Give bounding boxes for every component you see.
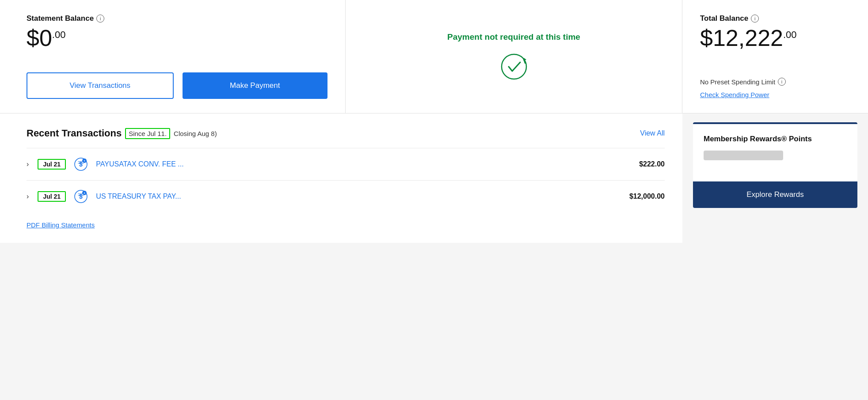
chevron-right-icon[interactable]: ›: [27, 192, 29, 200]
no-preset-text: No Preset Spending Limit: [700, 78, 775, 86]
rewards-card-inner: Membership Rewards® Points: [693, 124, 857, 181]
total-balance-info-icon[interactable]: i: [751, 15, 759, 23]
since-badge: Since Jul 11.: [125, 128, 170, 139]
transaction-date-badge: Jul 21: [38, 191, 66, 202]
total-balance-panel: Total Balance i $12,222.00 No Preset Spe…: [682, 0, 868, 113]
transaction-amount-1: $222.00: [639, 160, 665, 168]
transactions-title-text: Recent Transactions: [27, 128, 122, 139]
statement-balance-amount: $0.00: [27, 26, 327, 49]
closing-text-value: Closing Aug 8): [174, 130, 217, 137]
svg-point-0: [502, 54, 526, 79]
transaction-date-badge: Jul 21: [38, 159, 66, 170]
svg-text:+: +: [84, 192, 85, 195]
total-balance-text: Total Balance: [700, 14, 748, 23]
transaction-name-1[interactable]: PAYUSATAX CONV. FEE ...: [96, 160, 632, 168]
total-balance-label: Total Balance i: [700, 14, 759, 23]
statement-balance-panel: Statement Balance i $0.00 View Transacti…: [0, 0, 346, 113]
table-row: › Jul 21 $ + PAYUSATAX CONV. FEE ... $22…: [27, 148, 665, 180]
total-balance-cents: .00: [783, 29, 797, 40]
no-preset-spending-label: No Preset Spending Limit i: [700, 78, 786, 86]
svg-text:+: +: [84, 159, 85, 162]
transactions-header: Recent Transactions Since Jul 11. Closin…: [27, 128, 665, 139]
payment-icon-2: $ +: [74, 189, 88, 204]
chevron-right-icon[interactable]: ›: [27, 160, 29, 168]
statement-balance-whole: $0: [27, 25, 52, 51]
table-row: › Jul 21 $ + US TREASURY TAX PAY... $12,…: [27, 180, 665, 212]
explore-rewards-button[interactable]: Explore Rewards: [693, 181, 857, 208]
transaction-icon-1: $ +: [73, 156, 89, 172]
payment-icon: $ +: [74, 157, 88, 171]
statement-balance-text: Statement Balance: [27, 14, 94, 23]
statement-balance-info-icon[interactable]: i: [96, 15, 104, 23]
total-balance-whole: $12,222: [700, 25, 783, 51]
action-buttons-row: View Transactions Make Payment: [27, 72, 327, 99]
pdf-billing-statements-link[interactable]: PDF Billing Statements: [27, 221, 665, 229]
transaction-name-2[interactable]: US TREASURY TAX PAY...: [96, 192, 622, 200]
statement-balance-cents: .00: [52, 29, 66, 40]
payment-status-text: Payment not required at this time: [447, 32, 580, 42]
closing-text: Closing Aug 8): [174, 130, 217, 137]
transaction-icon-2: $ +: [73, 189, 89, 204]
rewards-sidebar: Membership Rewards® Points Explore Rewar…: [682, 113, 868, 243]
view-transactions-button[interactable]: View Transactions: [27, 72, 174, 99]
rewards-card: Membership Rewards® Points Explore Rewar…: [693, 122, 857, 208]
payment-check-icon-container: [500, 53, 528, 81]
top-section: Statement Balance i $0.00 View Transacti…: [0, 0, 868, 113]
statement-balance-label: Statement Balance i: [27, 14, 327, 23]
rewards-points-blurred: [704, 151, 783, 160]
transaction-amount-2: $12,000.00: [629, 192, 665, 200]
no-preset-info-icon[interactable]: i: [778, 78, 786, 86]
check-spending-power-link[interactable]: Check Spending Power: [700, 91, 769, 98]
check-circle-icon: [500, 53, 528, 81]
bottom-section: Recent Transactions Since Jul 11. Closin…: [0, 113, 868, 243]
rewards-title: Membership Rewards® Points: [704, 135, 847, 143]
transactions-title: Recent Transactions Since Jul 11. Closin…: [27, 128, 217, 139]
make-payment-button[interactable]: Make Payment: [183, 72, 328, 99]
total-balance-amount: $12,222.00: [700, 26, 797, 49]
payment-status-panel: Payment not required at this time: [346, 0, 682, 113]
view-all-link[interactable]: View All: [640, 129, 665, 137]
transactions-panel: Recent Transactions Since Jul 11. Closin…: [0, 113, 682, 243]
